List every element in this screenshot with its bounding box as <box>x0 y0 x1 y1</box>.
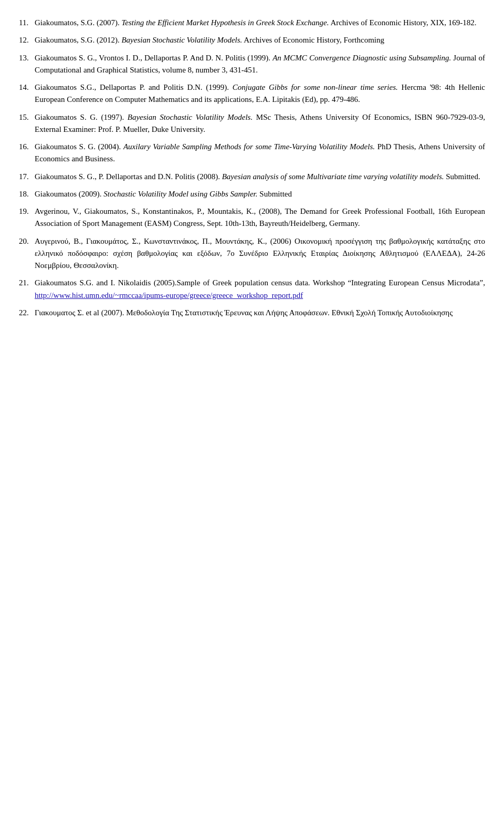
ref-number: 18. <box>19 188 35 200</box>
ref-number: 14. <box>19 81 35 106</box>
ref-number: 19. <box>19 205 35 230</box>
ref-text: Giakoumatos, S.G. (2012). Bayesian Stoch… <box>35 34 485 46</box>
ref-number: 17. <box>19 171 35 183</box>
ref-text: Giakoumatos S.G., Dellaportas P. and Pol… <box>35 81 485 106</box>
ref-number: 20. <box>19 235 35 272</box>
list-item: 17.Giakoumatos S. G., P. Dellaportas and… <box>19 171 485 183</box>
ref-text: Giakoumatos S. G., P. Dellaportas and D.… <box>35 171 485 183</box>
ref-text: Giakoumatos S. G. (2004). Auxilary Varia… <box>35 141 485 166</box>
ref-number: 12. <box>19 34 35 46</box>
ref-number: 11. <box>19 17 35 29</box>
list-item: 13.Giakoumatos S. G., Vrontos I. D., Del… <box>19 52 485 77</box>
reference-list: 11.Giakoumatos, S.G. (2007). Testing the… <box>19 17 485 319</box>
ref-text[interactable]: Giakoumatos S.G. and I. Nikolaidis (2005… <box>35 277 485 302</box>
ref-number: 22. <box>19 307 35 319</box>
list-item: 22.Γιακουματος Σ. et al (2007). Μεθοδολο… <box>19 307 485 319</box>
list-item: 14.Giakoumatos S.G., Dellaportas P. and … <box>19 81 485 106</box>
list-item: 15.Giakoumatos S. G. (1997). Bayesian St… <box>19 111 485 136</box>
list-item: 18.Giakoumatos (2009). Stochastic Volati… <box>19 188 485 200</box>
ref-number: 16. <box>19 141 35 166</box>
ref-text: Γιακουματος Σ. et al (2007). Μεθοδολογία… <box>35 307 485 319</box>
ref-number: 13. <box>19 52 35 77</box>
ref-text: Giakoumatos S. G. (1997). Bayesian Stoch… <box>35 111 485 136</box>
ref-number: 21. <box>19 277 35 302</box>
list-item: 20.Αυγερινού, Β., Γιακουμάτος, Σ., Κωνστ… <box>19 235 485 272</box>
ref-text: Αυγερινού, Β., Γιακουμάτος, Σ., Κωνσταντ… <box>35 235 485 272</box>
list-item: 21.Giakoumatos S.G. and I. Nikolaidis (2… <box>19 277 485 302</box>
list-item: 16.Giakoumatos S. G. (2004). Auxilary Va… <box>19 141 485 166</box>
ref-text: Giakoumatos, S.G. (2007). Testing the Ef… <box>35 17 485 29</box>
ref-text: Giakoumatos (2009). Stochastic Volatilit… <box>35 188 485 200</box>
list-item: 19.Avgerinou, V., Giakoumatos, S., Konst… <box>19 205 485 230</box>
list-item: 12.Giakoumatos, S.G. (2012). Bayesian St… <box>19 34 485 46</box>
ref-number: 15. <box>19 111 35 136</box>
ref-text: Giakoumatos S. G., Vrontos I. D., Dellap… <box>35 52 485 77</box>
list-item: 11.Giakoumatos, S.G. (2007). Testing the… <box>19 17 485 29</box>
ref-text: Avgerinou, V., Giakoumatos, S., Konstant… <box>35 205 485 230</box>
